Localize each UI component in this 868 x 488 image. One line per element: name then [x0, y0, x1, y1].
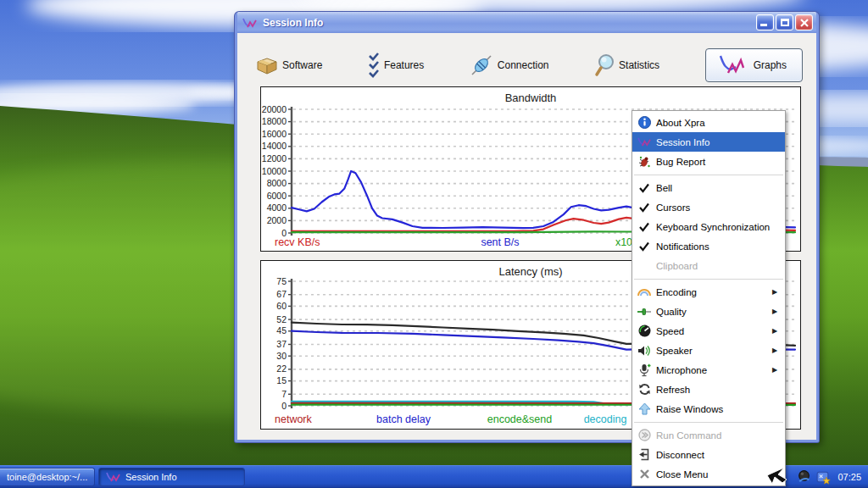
maximize-button[interactable]: [776, 14, 793, 30]
toolbar-label: Graphs: [754, 59, 787, 71]
menu-item-cursors[interactable]: Cursors: [632, 197, 785, 217]
quality-icon: [632, 308, 656, 316]
menu-item-speed[interactable]: Speed▶: [632, 321, 785, 341]
svg-text:45: 45: [276, 325, 287, 336]
svg-text:0: 0: [281, 401, 287, 411]
menu-item-run-command[interactable]: Run Command: [632, 425, 785, 445]
system-tray: 07:25: [797, 465, 868, 488]
check-icon: [632, 241, 656, 252]
menu-separator: [632, 171, 785, 178]
taskbar-clock: 07:25: [837, 472, 861, 482]
close-button[interactable]: [795, 14, 813, 30]
svg-text:16000: 16000: [262, 129, 287, 139]
window-title: Session Info: [263, 17, 754, 29]
menu-item-label: Disconnect: [656, 450, 772, 460]
task-button-label: toine@desktop:~/...: [7, 472, 87, 482]
svg-text:encode&send: encode&send: [487, 413, 553, 425]
menu-item-label: Speed: [656, 326, 772, 336]
submenu-arrow-icon: ▶: [772, 347, 785, 354]
toolbar-statistics-button[interactable]: Statistics: [594, 53, 659, 77]
menu-item-label: Bug Report: [656, 157, 772, 167]
menu-item-label: Notifications: [656, 241, 772, 252]
menu-item-label: Clipboard: [656, 261, 772, 271]
menu-item-bell[interactable]: Bell: [632, 178, 785, 197]
svg-text:4000: 4000: [267, 202, 287, 213]
task-button-label: Session Info: [125, 472, 177, 482]
check-icon: [632, 183, 656, 193]
menu-separator: [632, 275, 785, 282]
window-titlebar[interactable]: Session Info: [237, 12, 816, 33]
connection-icon: [470, 53, 493, 77]
toolbar-graphs-button-selected[interactable]: Graphs: [705, 48, 803, 82]
menu-item-label: Keyboard Synchronization: [656, 222, 772, 232]
menu-item-close-menu[interactable]: Close Menu: [632, 464, 785, 484]
menu-item-about-xpra[interactable]: About Xpra: [632, 113, 785, 132]
software-icon: [256, 56, 278, 75]
svg-text:decoding: decoding: [584, 413, 627, 425]
menu-item-refresh[interactable]: Refresh: [632, 380, 785, 399]
taskbar-buttons: toine@desktop:~/...Session Info: [0, 465, 245, 488]
maximize-icon: [781, 19, 789, 26]
svg-text:30: 30: [276, 351, 287, 361]
menu-item-speaker[interactable]: Speaker▶: [632, 341, 785, 360]
svg-text:67: 67: [276, 289, 287, 299]
menu-item-keyboard-synchronization[interactable]: Keyboard Synchronization: [632, 217, 785, 236]
xpra-tray-menu: About XpraSession InfoBug ReportBellCurs…: [632, 110, 786, 486]
svg-text:18000: 18000: [262, 116, 287, 126]
raise-windows-icon: [632, 402, 656, 415]
toolbar-label: Features: [384, 59, 424, 71]
check-icon: [632, 202, 656, 213]
tray-icons: [797, 469, 831, 485]
run-command-icon: [632, 429, 656, 441]
xpra-icon: [106, 471, 121, 483]
submenu-arrow-icon: ▶: [772, 366, 785, 374]
menu-item-raise-windows[interactable]: Raise Windows: [632, 399, 785, 419]
menu-item-label: Microphone: [656, 365, 772, 375]
menu-item-label: Cursors: [656, 202, 772, 213]
speaker-icon: [632, 345, 656, 357]
window-controls: [754, 14, 813, 30]
menu-item-bug-report[interactable]: Bug Report: [632, 152, 785, 171]
close-icon: [799, 18, 810, 28]
menu-item-disconnect[interactable]: Disconnect: [632, 445, 785, 464]
toolbar-label: Statistics: [619, 59, 659, 71]
toolbar-features-button[interactable]: Features: [368, 53, 424, 78]
svg-text:20000: 20000: [262, 104, 287, 114]
menu-item-label: About Xpra: [656, 118, 772, 128]
refresh-icon: [632, 383, 656, 396]
svg-text:22: 22: [276, 363, 287, 374]
svg-text:37: 37: [276, 339, 287, 349]
svg-text:x10: x10: [615, 236, 632, 248]
menu-item-microphone[interactable]: Microphone▶: [632, 360, 785, 380]
check-icon: [632, 222, 656, 232]
menu-item-label: Run Command: [656, 430, 772, 441]
submenu-arrow-icon: ▶: [772, 288, 785, 296]
menu-item-label: Quality: [656, 307, 772, 317]
menu-item-label: Bell: [656, 183, 772, 193]
menu-item-notifications[interactable]: Notifications: [632, 236, 785, 256]
volume-icon[interactable]: [797, 469, 811, 484]
mouse-cursor: [765, 465, 793, 487]
taskbar-button-session-info[interactable]: Session Info: [98, 468, 245, 486]
info-icon: [632, 116, 656, 129]
menu-item-encoding[interactable]: Encoding▶: [632, 282, 785, 302]
menu-item-quality[interactable]: Quality▶: [632, 302, 785, 321]
menu-item-label: Speaker: [656, 346, 772, 356]
taskbar-button-toine-desktop[interactable]: toine@desktop:~/...: [0, 468, 95, 486]
menu-item-session-info[interactable]: Session Info: [632, 132, 785, 152]
svg-text:Bandwidth: Bandwidth: [505, 92, 557, 104]
menu-item-label: Session Info: [656, 137, 772, 147]
svg-text:15: 15: [276, 375, 287, 385]
svg-text:7: 7: [281, 389, 287, 399]
svg-text:network: network: [275, 413, 313, 425]
menu-item-label: Encoding: [656, 287, 772, 297]
menu-item-clipboard[interactable]: Clipboard: [632, 256, 785, 275]
toolbar-software-button[interactable]: Software: [256, 56, 322, 75]
svg-text:6000: 6000: [267, 191, 287, 201]
toolbar-connection-button[interactable]: Connection: [470, 53, 549, 77]
session-info-icon: [632, 136, 656, 147]
xpra-tray-icon[interactable]: [815, 469, 831, 485]
menu-item-label: Close Menu: [656, 469, 772, 480]
toolbar-label: Connection: [498, 59, 549, 71]
minimize-button[interactable]: [756, 14, 774, 30]
